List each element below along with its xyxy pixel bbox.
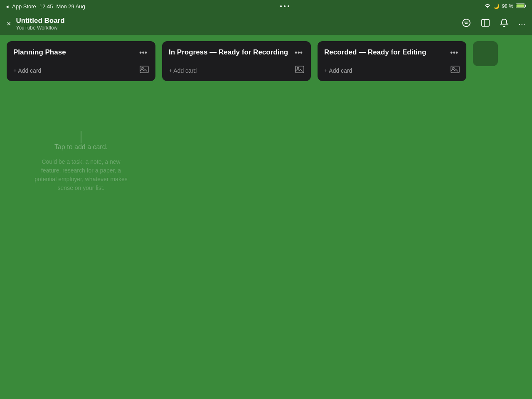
filter-icon[interactable]	[462, 18, 471, 30]
moon-icon: 🌙	[493, 3, 500, 9]
recorded-add-card-button[interactable]: + Add card	[324, 67, 352, 74]
tooltip-overlay: Tap to add a card. Could be a task, a no…	[7, 131, 155, 192]
column-in-progress-footer: + Add card	[162, 62, 311, 81]
sidebar-icon[interactable]	[481, 18, 490, 30]
column-in-progress: In Progress — Ready for Recording ••• + …	[162, 41, 311, 81]
dot-2	[284, 5, 286, 7]
tooltip-tap-label: Tap to add a card.	[54, 143, 108, 151]
dot-3	[288, 5, 289, 7]
column-recorded-menu[interactable]: •••	[448, 48, 460, 58]
wifi-icon	[484, 3, 491, 10]
column-partial	[473, 41, 498, 66]
app-store-label: App Store	[12, 3, 36, 10]
svg-point-3	[463, 19, 470, 27]
in-progress-add-card-button[interactable]: + Add card	[169, 67, 197, 74]
nav-bar: × Untitled Board YouTube Workflow	[0, 12, 532, 35]
planning-image-icon[interactable]	[140, 66, 149, 75]
recorded-image-icon[interactable]	[451, 66, 460, 75]
tooltip-description: Could be a task, a note, a new feature, …	[31, 158, 131, 192]
column-planning-header: Planning Phase •••	[7, 41, 155, 62]
status-date: Mon 29 Aug	[56, 3, 85, 10]
nav-title-block: Untitled Board YouTube Workflow	[16, 17, 65, 31]
column-planning-menu[interactable]: •••	[138, 48, 149, 58]
status-time: 12.45	[39, 3, 53, 10]
status-bar-center	[280, 5, 289, 7]
more-options-icon[interactable]: ···	[518, 19, 525, 29]
tooltip-line	[81, 131, 81, 143]
column-recorded-title: Recorded — Ready for Editing	[324, 48, 448, 57]
nav-right: ···	[462, 18, 525, 30]
board-subtitle: YouTube Workflow	[16, 25, 65, 31]
board-title: Untitled Board	[16, 17, 65, 25]
column-in-progress-title: In Progress — Ready for Recording	[169, 48, 293, 57]
status-bar: ◂ App Store 12.45 Mon 29 Aug 🌙 98 %	[0, 0, 532, 12]
status-bar-right: 🌙 98 %	[484, 3, 526, 10]
dot-1	[280, 5, 282, 7]
column-recorded-footer: + Add card	[318, 62, 466, 81]
status-bar-left: ◂ App Store 12.45 Mon 29 Aug	[6, 3, 85, 10]
back-arrow-icon: ◂	[6, 3, 9, 10]
in-progress-image-icon[interactable]	[295, 66, 304, 75]
svg-rect-7	[482, 20, 489, 26]
battery-label: 98 %	[502, 3, 513, 9]
column-planning-footer: + Add card	[7, 62, 155, 81]
column-planning-title: Planning Phase	[13, 48, 138, 57]
nav-left: × Untitled Board YouTube Workflow	[7, 17, 462, 31]
notifications-icon[interactable]	[500, 18, 508, 30]
column-planning: Planning Phase ••• + Add card	[7, 41, 155, 81]
column-recorded-header: Recorded — Ready for Editing •••	[318, 41, 466, 62]
battery-icon	[516, 3, 526, 10]
svg-rect-2	[517, 4, 524, 7]
planning-add-card-button[interactable]: + Add card	[13, 67, 41, 74]
column-recorded: Recorded — Ready for Editing ••• + Add c…	[318, 41, 466, 81]
svg-rect-1	[525, 5, 526, 7]
column-in-progress-header: In Progress — Ready for Recording •••	[162, 41, 311, 62]
column-in-progress-menu[interactable]: •••	[293, 48, 304, 58]
close-button[interactable]: ×	[7, 20, 11, 28]
board-area: Planning Phase ••• + Add card Tap to add…	[0, 35, 532, 399]
